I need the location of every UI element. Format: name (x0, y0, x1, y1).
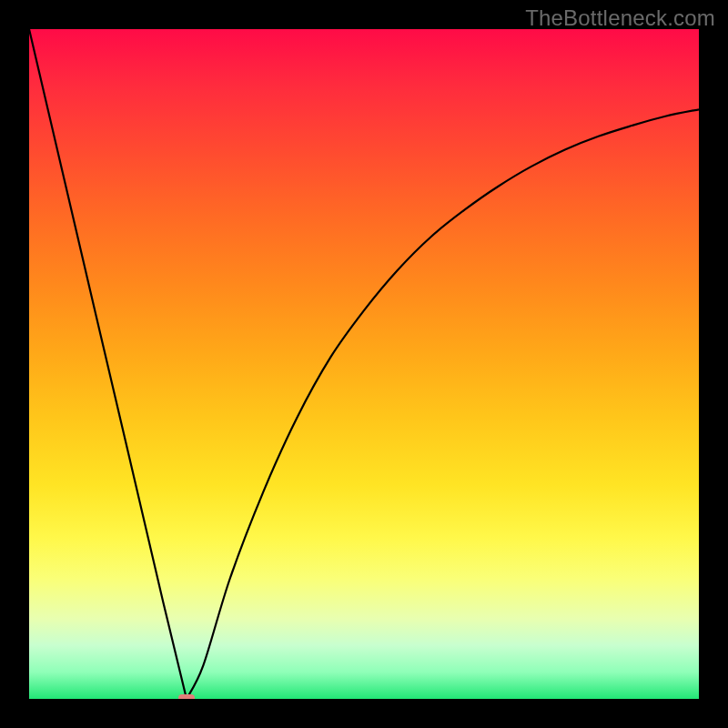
optimal-marker (178, 694, 195, 699)
chart-container: TheBottleneck.com (0, 0, 728, 728)
plot-area (29, 29, 699, 699)
bottleneck-curve (29, 29, 699, 699)
attribution-text: TheBottleneck.com (525, 5, 715, 31)
curve-svg (29, 29, 699, 699)
